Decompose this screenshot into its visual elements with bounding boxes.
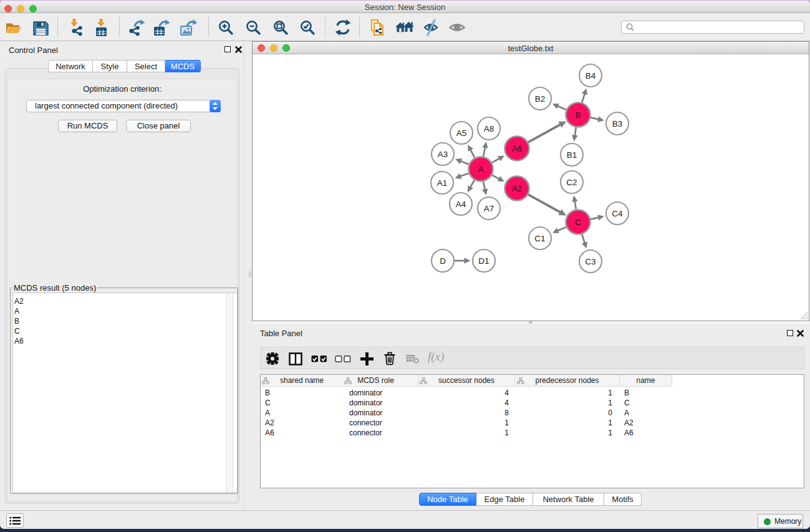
svg-text:C1: C1 bbox=[534, 234, 545, 243]
svg-text:A3: A3 bbox=[438, 150, 448, 159]
svg-text:C3: C3 bbox=[585, 257, 595, 266]
svg-text:A1: A1 bbox=[437, 178, 448, 188]
svg-text:A5: A5 bbox=[456, 128, 467, 138]
svg-text:C: C bbox=[575, 218, 581, 227]
svg-text:C2: C2 bbox=[566, 178, 577, 187]
svg-text:B3: B3 bbox=[612, 119, 623, 128]
svg-text:D1: D1 bbox=[478, 256, 489, 266]
svg-text:D: D bbox=[440, 256, 446, 266]
svg-text:C4: C4 bbox=[612, 209, 623, 218]
svg-text:B4: B4 bbox=[586, 71, 596, 80]
svg-text:A7: A7 bbox=[484, 204, 494, 213]
svg-text:A4: A4 bbox=[456, 200, 466, 209]
svg-text:B1: B1 bbox=[567, 150, 577, 160]
svg-text:B: B bbox=[575, 110, 581, 120]
svg-text:A2: A2 bbox=[512, 184, 523, 193]
svg-text:B2: B2 bbox=[535, 94, 546, 104]
svg-text:A8: A8 bbox=[484, 124, 494, 133]
svg-text:A6: A6 bbox=[512, 144, 523, 153]
svg-text:A: A bbox=[478, 165, 483, 174]
